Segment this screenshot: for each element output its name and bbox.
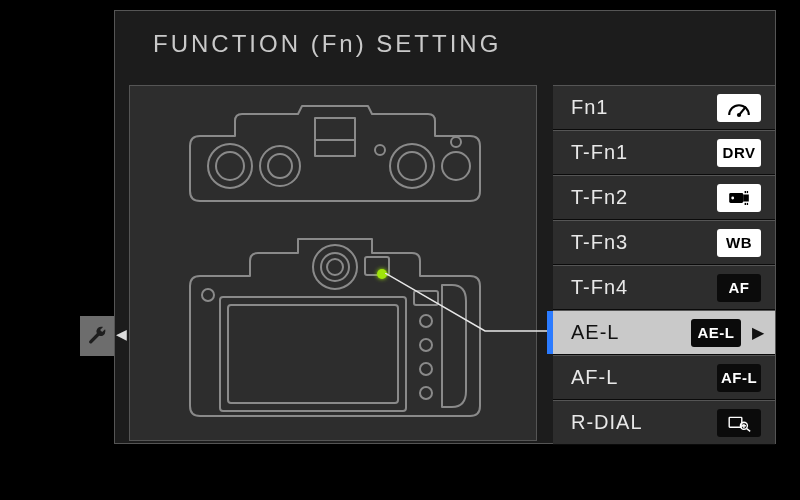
svg-point-8 [375,145,385,155]
setup-tab[interactable] [80,316,114,356]
afl-badge: AF-L [717,364,761,392]
fn-row-afl[interactable]: AF-L AF-L [553,355,775,400]
svg-point-11 [321,253,349,281]
fn-row-tfn3[interactable]: T-Fn3 WB [553,220,775,265]
svg-rect-27 [747,191,748,193]
svg-rect-28 [745,202,746,204]
fn-row-fn1[interactable]: Fn1 [553,85,775,130]
highlight-dot-icon [377,269,387,279]
fn-row-ael[interactable]: AE-L AE-L ▶ [553,310,775,355]
fn-assignment-list: Fn1 T-Fn1 DRV T-Fn2 T-Fn3 WB T-Fn4 [553,85,775,445]
svg-point-12 [327,259,343,275]
svg-point-0 [208,144,252,188]
gauge-icon [717,94,761,122]
svg-rect-20 [414,291,438,305]
fn-row-tfn2[interactable]: T-Fn2 [553,175,775,220]
fn-row-label: T-Fn4 [571,276,628,299]
fn-row-tfn1[interactable]: T-Fn1 DRV [553,130,775,175]
fn-row-label: AF-L [571,366,618,389]
svg-rect-24 [729,193,743,203]
svg-point-9 [451,137,461,147]
zoom-icon [717,409,761,437]
svg-line-33 [747,428,751,431]
camera-top-outline [180,96,490,216]
svg-point-17 [420,339,432,351]
svg-point-3 [268,154,292,178]
svg-point-1 [216,152,244,180]
chevron-right-icon: ▶ [752,323,765,342]
svg-rect-7 [315,118,355,140]
svg-point-23 [737,112,741,116]
fn-row-label: AE-L [571,321,619,344]
fn-row-tfn4[interactable]: T-Fn4 AF [553,265,775,310]
camera-back-outline [180,231,490,431]
page-title-text: FUNCTION (Fn) SETTING [153,30,501,58]
wrench-icon [87,326,107,346]
svg-point-16 [420,315,432,327]
drv-badge: DRV [717,139,761,167]
wb-badge: WB [717,229,761,257]
ael-badge: AE-L [691,319,741,347]
svg-point-30 [731,196,734,199]
fn-row-label: T-Fn2 [571,186,628,209]
camera-diagram-area [129,85,537,441]
svg-rect-15 [220,297,406,411]
fn-row-label: T-Fn3 [571,231,628,254]
chevron-left-icon: ◀ [116,326,127,342]
svg-point-19 [420,387,432,399]
svg-rect-14 [228,305,398,403]
svg-point-21 [202,289,214,301]
svg-rect-25 [743,194,749,201]
svg-rect-26 [745,191,746,193]
svg-point-4 [390,144,434,188]
film-icon [717,184,761,212]
svg-point-18 [420,363,432,375]
fn-row-label: R-DIAL [571,411,643,434]
fn-row-label: T-Fn1 [571,141,628,164]
settings-panel: FUNCTION (Fn) SETTING [114,10,776,444]
af-badge: AF [717,274,761,302]
svg-point-10 [313,245,357,289]
svg-rect-29 [747,202,748,204]
svg-point-5 [398,152,426,180]
fn-row-rdial[interactable]: R-DIAL [553,400,775,445]
page-title: FUNCTION (Fn) SETTING [115,11,775,76]
svg-point-6 [442,152,470,180]
svg-point-2 [260,146,300,186]
fn-row-label: Fn1 [571,96,608,119]
